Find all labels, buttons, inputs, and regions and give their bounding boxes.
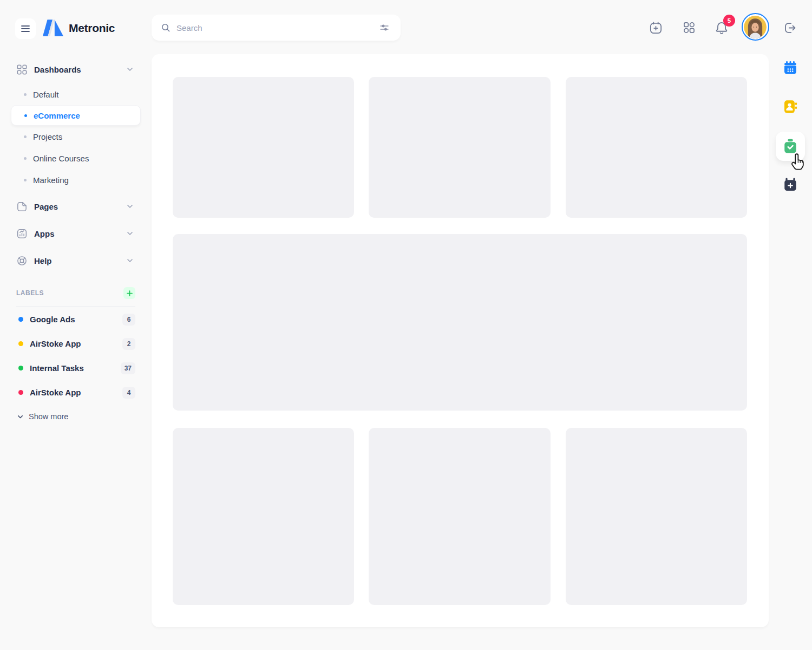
apps-grid-icon	[682, 21, 696, 35]
rail-calendar-icon	[783, 61, 798, 76]
show-more-label: Show more	[29, 412, 68, 421]
labels-list: Google Ads 6 AirStoke App 2 Internal Tas…	[0, 307, 152, 405]
sidebar: Dashboards Default eCommerce Projects On…	[0, 54, 152, 423]
chevron-down-icon	[16, 413, 24, 421]
pages-icon	[16, 201, 28, 212]
label-count-badge: 37	[121, 362, 135, 374]
sidebar-item-label: Online Courses	[33, 154, 89, 163]
search-input[interactable]	[176, 23, 371, 32]
rail-notes-add-icon	[783, 177, 798, 192]
rail-contacts-button[interactable]	[783, 99, 798, 114]
metronic-logo-icon	[43, 20, 63, 36]
search-filter-button[interactable]	[377, 20, 392, 35]
rail-tasks-check-icon	[782, 138, 798, 154]
label-color-dot	[18, 390, 23, 395]
user-avatar[interactable]	[742, 13, 769, 41]
add-label-button[interactable]	[123, 287, 135, 299]
apps-launcher-button[interactable]	[681, 20, 697, 36]
placeholder-card	[173, 77, 354, 218]
section-label: Dashboards	[34, 65, 81, 74]
sidebar-item-default[interactable]: Default	[11, 83, 141, 105]
app-root: Metronic	[0, 0, 812, 650]
placeholder-card	[566, 77, 747, 218]
sidebar-item-marketing[interactable]: Marketing	[11, 169, 141, 191]
sidebar-section-help[interactable]: Help	[0, 247, 152, 274]
sidebar-section-apps[interactable]: Apps	[0, 220, 152, 247]
labels-title: LABELS	[16, 289, 44, 297]
filter-sliders-icon	[379, 22, 390, 33]
menu-icon	[20, 23, 31, 34]
sidebar-toggle-button[interactable]	[15, 18, 36, 39]
label-color-dot	[18, 317, 23, 322]
label-item-internal-tasks[interactable]: Internal Tasks 37	[0, 356, 152, 380]
label-item-airstoke-app[interactable]: AirStoke App 2	[0, 332, 152, 356]
placeholder-card	[173, 428, 354, 605]
calendar-add-icon	[649, 21, 663, 35]
label-count-badge: 2	[122, 338, 135, 350]
bullet-dot	[24, 135, 27, 138]
sidebar-item-online-courses[interactable]: Online Courses	[11, 147, 141, 169]
label-name: AirStoke App	[30, 339, 81, 348]
chevron-down-icon	[126, 202, 134, 211]
chevron-down-icon	[126, 65, 134, 74]
labels-header: LABELS	[0, 287, 152, 299]
rail-notes-add-button[interactable]	[783, 177, 798, 192]
sidebar-item-label: Marketing	[33, 176, 69, 185]
dashboards-items: Default eCommerce Projects Online Course…	[0, 83, 152, 191]
label-name: AirStoke App	[30, 388, 81, 397]
calendar-add-button[interactable]	[647, 20, 664, 36]
bullet-dot	[24, 157, 27, 160]
bullet-dot	[24, 114, 27, 117]
placeholder-card	[566, 428, 747, 605]
sidebar-item-label: Default	[33, 90, 59, 99]
search-bar[interactable]	[152, 15, 401, 41]
bullet-dot	[24, 179, 27, 181]
apps-chart-icon	[16, 228, 28, 239]
placeholder-card	[369, 77, 551, 218]
rail-tasks-button[interactable]	[776, 132, 805, 161]
sidebar-menus: Pages Apps	[0, 193, 152, 274]
rail-calendar-button[interactable]	[783, 61, 798, 76]
section-label: Apps	[34, 229, 55, 238]
rail-contacts-icon	[783, 99, 798, 114]
add-label-icon	[126, 289, 134, 297]
notifications-count-badge: 5	[723, 15, 735, 27]
search-icon	[160, 22, 171, 33]
notifications: 5	[713, 20, 730, 36]
label-color-dot	[18, 341, 23, 346]
show-more-button[interactable]: Show more	[0, 410, 152, 423]
label-count-badge: 4	[122, 387, 135, 399]
brand-logo[interactable]: Metronic	[43, 20, 115, 36]
help-lifebuoy-icon	[16, 255, 28, 266]
sign-out-icon	[783, 21, 797, 35]
sidebar-item-label: Projects	[33, 132, 62, 141]
sidebar-item-projects[interactable]: Projects	[11, 126, 141, 147]
placeholder-card	[369, 428, 551, 605]
section-label: Pages	[34, 202, 58, 211]
bullet-dot	[24, 93, 27, 96]
label-count-badge: 6	[122, 314, 135, 326]
sidebar-item-ecommerce[interactable]: eCommerce	[11, 105, 141, 126]
dashboards-grid-icon	[16, 64, 28, 75]
brand-name: Metronic	[69, 22, 115, 35]
chevron-down-icon	[126, 229, 134, 238]
chevron-down-icon	[126, 256, 134, 265]
section-label: Help	[34, 256, 52, 265]
label-item-airstoke-app-2[interactable]: AirStoke App 4	[0, 380, 152, 405]
placeholder-card-wide	[173, 234, 747, 411]
sidebar-item-label: eCommerce	[34, 111, 80, 120]
label-name: Google Ads	[30, 315, 75, 324]
main-content-card	[152, 54, 769, 627]
sign-out-button[interactable]	[782, 20, 798, 36]
labels-divider	[16, 306, 135, 307]
label-name: Internal Tasks	[30, 363, 84, 373]
label-color-dot	[18, 366, 23, 370]
sidebar-section-pages[interactable]: Pages	[0, 193, 152, 220]
sidebar-section-dashboards[interactable]: Dashboards	[0, 58, 152, 80]
label-item-google-ads[interactable]: Google Ads 6	[0, 307, 152, 332]
